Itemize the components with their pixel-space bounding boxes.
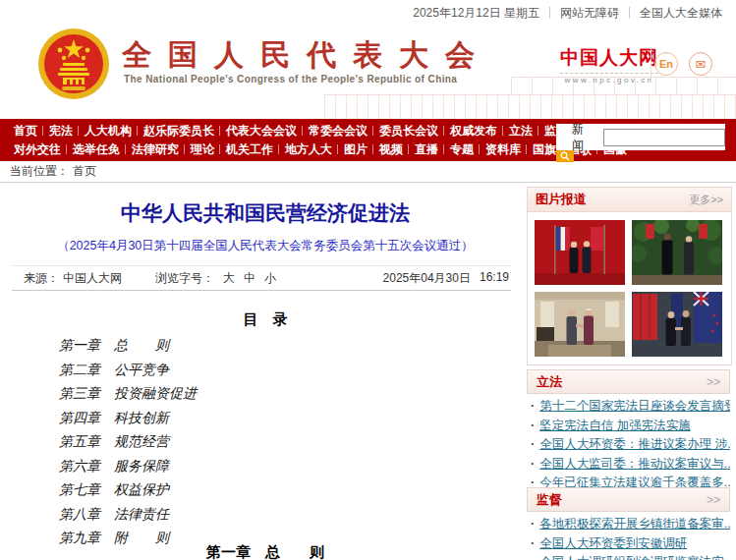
toc-chapter-2: 第二章 公平竞争: [59, 358, 197, 382]
site-logo-url: www.npc.gov.cn: [560, 73, 658, 84]
nav-item-chairmen-meetings[interactable]: 委员长会议: [373, 123, 444, 139]
publish-time: 16:19: [480, 270, 509, 287]
toc-list: 第一章 总 则 第二章 公平竞争 第三章 投资融资促进 第四章 科技创新 第五章…: [59, 333, 197, 550]
toc-chapter-1: 第一章 总 则: [59, 333, 197, 358]
source-value: 中国人大网: [63, 270, 122, 287]
photo-1-image: [535, 220, 625, 285]
topbar: 2025年12月12日 星期五 网站无障碍 全国人大全媒体: [0, 0, 736, 26]
nav-item-standing-committee[interactable]: 常委会会议: [303, 123, 373, 139]
supervision-title: 监督: [537, 491, 562, 509]
toc-title: 目 录: [0, 310, 531, 329]
site-subtitle-en: The National People's Congress of the Pe…: [124, 74, 457, 84]
site-logo-text: 中国人大网: [560, 45, 658, 71]
fontsize-medium-button[interactable]: 中: [244, 270, 255, 287]
sidebar: 图片报道 更多>>: [527, 187, 732, 365]
photo-2-image: [632, 220, 722, 285]
photo-thumbnail-1[interactable]: [535, 220, 625, 285]
toc-chapter-6: 第六章 服务保障: [59, 454, 197, 478]
masthead: 全国人民代表大会 The National People's Congress …: [0, 26, 736, 119]
nav-item-congress-sessions[interactable]: 代表大会会议: [220, 123, 303, 139]
nav-item-theory[interactable]: 理论: [185, 141, 220, 157]
photo-4-image: [632, 292, 722, 357]
supervision-link-3[interactable]: 全国人大调研组到渝调研监察法实...: [539, 555, 730, 560]
list-item: 第十二个国家宪法日座谈会发言摘登: [531, 397, 730, 417]
legislation-link-1[interactable]: 第十二个国家宪法日座谈会发言摘登: [539, 399, 730, 413]
photo-grid: [528, 212, 731, 364]
topbar-separator: [549, 7, 550, 19]
nav-item-constitution[interactable]: 宪法: [43, 123, 79, 139]
nav-item-database[interactable]: 资料库: [480, 141, 527, 157]
nav-item-video[interactable]: 视频: [373, 141, 409, 157]
legislation-link-3[interactable]: 全国人大环资委：推进议案办理 涉...: [539, 437, 730, 451]
mail-icon: ✉: [696, 57, 707, 72]
law-title: 中华人民共和国民营经济促进法: [0, 199, 531, 227]
topbar-date: 2025年12月12日 星期五: [413, 5, 539, 22]
fontsize-small-button[interactable]: 小: [264, 270, 276, 287]
photo-report-title: 图片报道: [536, 191, 587, 208]
photo-thumbnail-4[interactable]: [632, 292, 722, 357]
nav-item-local-congresses[interactable]: 地方人大: [279, 141, 338, 157]
article: 中华人民共和国民营经济促进法 （2025年4月30日第十四届全国人民代表大会常务…: [0, 184, 531, 560]
list-item: 全国人大监司委：推动议案审议与...: [531, 455, 730, 475]
photo-report-header: 图片报道 更多>>: [528, 188, 731, 212]
supervision-link-1[interactable]: 各地积极探索开展乡镇街道备案审...: [539, 517, 730, 531]
nav-item-chairman[interactable]: 赵乐际委员长: [138, 123, 220, 139]
source-label: 来源：: [24, 270, 59, 287]
nav-item-legislation[interactable]: 立法: [503, 123, 538, 139]
list-item: 全国人大环资委：推进议案办理 涉...: [531, 435, 730, 455]
search-input[interactable]: [603, 129, 725, 146]
english-version-button[interactable]: En: [654, 52, 678, 76]
list-item: 各地积极探索开展乡镇街道备案审...: [531, 515, 730, 534]
publish-datetime: 2025年04月30日 16:19: [383, 270, 509, 287]
supervision-list: 各地积极探索开展乡镇街道备案审... 全国人大环资委到安徽调研 全国人大调研组到…: [531, 515, 730, 560]
supervision-link-2[interactable]: 全国人大环资委到安徽调研: [539, 536, 687, 550]
supervision-section-header: 监督 >>: [527, 487, 730, 512]
nav-item-specials[interactable]: 专题: [444, 141, 480, 157]
building-watermark: [324, 94, 736, 120]
list-item: 全国人大调研组到渝调研监察法实...: [531, 553, 730, 560]
photo-report-more-link[interactable]: 更多>>: [689, 193, 723, 207]
topbar-link-media[interactable]: 全国人大全媒体: [640, 5, 722, 22]
photo-report-box: 图片报道 更多>>: [527, 187, 732, 365]
nav-item-office-work[interactable]: 机关工作: [220, 141, 279, 157]
nav-item-foreign-affairs[interactable]: 对外交往: [8, 141, 67, 157]
toc-chapter-5: 第五章 规范经营: [59, 429, 197, 454]
photo-thumbnail-3[interactable]: [535, 292, 625, 357]
toc-chapter-7: 第七章 权益保护: [59, 477, 197, 502]
chapter-1-heading: 第一章 总 则: [0, 543, 531, 560]
nav-item-legal-research[interactable]: 法律研究: [126, 141, 185, 157]
search-category-select[interactable]: 新闻: [572, 121, 594, 154]
topbar-separator: [629, 7, 630, 19]
header-divider: [651, 47, 651, 81]
legislation-link-2[interactable]: 坚定宪法自信 加强宪法实施: [539, 419, 690, 432]
toc-chapter-4: 第四章 科技创新: [59, 406, 197, 430]
legislation-link-4[interactable]: 全国人大监司委：推动议案审议与...: [539, 457, 730, 471]
nav-item-official-release[interactable]: 权威发布: [444, 123, 503, 139]
topbar-link-accessibility[interactable]: 网站无障碍: [560, 5, 619, 22]
page: 2025年12月12日 星期五 网站无障碍 全国人大全媒体 全国人民代表大会: [0, 0, 736, 560]
breadcrumb-label: 当前位置：: [10, 163, 69, 180]
nav-item-pictures[interactable]: 图片: [338, 141, 373, 157]
photo-thumbnail-2[interactable]: [632, 220, 722, 285]
magnifier-icon: [560, 151, 570, 161]
breadcrumb-home-link[interactable]: 首页: [73, 163, 96, 180]
legislation-section-header: 立法 >>: [527, 369, 730, 394]
nav-item-elections[interactable]: 选举任免: [67, 141, 126, 157]
nav-item-npc-organs[interactable]: 人大机构: [79, 123, 138, 139]
list-item: 坚定宪法自信 加强宪法实施: [531, 417, 730, 436]
toc-chapter-8: 第八章 法律责任: [59, 502, 197, 527]
mail-button[interactable]: ✉: [689, 52, 712, 76]
site-logo[interactable]: 中国人大网 www.npc.gov.cn: [560, 45, 658, 84]
nav-item-live[interactable]: 直播: [409, 141, 444, 157]
search-panel: 新闻: [556, 124, 725, 150]
legislation-title: 立法: [537, 373, 562, 391]
photo-3-image: [535, 292, 625, 357]
supervision-more-link[interactable]: >>: [707, 493, 720, 507]
article-meta: 来源： 中国人大网 浏览字号： 大 中 小 2025年04月30日 16:19: [12, 265, 511, 291]
nav-row-1: 首页 宪法 人大机构 赵乐际委员长 代表大会会议 常委会会议 委员长会议 权威发…: [8, 123, 609, 139]
national-emblem-icon: [37, 28, 110, 100]
nav-item-home[interactable]: 首页: [8, 123, 43, 139]
legislation-list: 第十二个国家宪法日座谈会发言摘登 坚定宪法自信 加强宪法实施 全国人大环资委：推…: [531, 397, 730, 493]
legislation-more-link[interactable]: >>: [707, 375, 720, 389]
fontsize-large-button[interactable]: 大: [223, 270, 235, 287]
